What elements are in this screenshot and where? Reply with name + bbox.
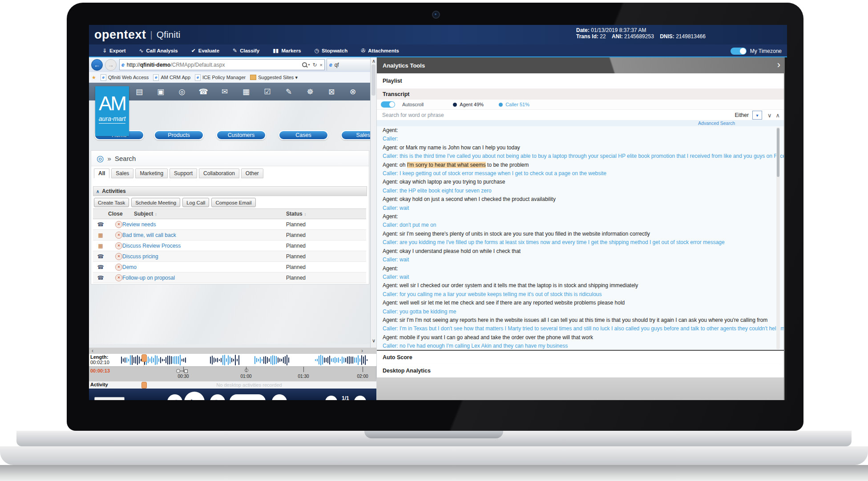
timeline-ruler[interactable]: 00:00:13 00:3001:0001:3002:00	[89, 366, 376, 382]
tab-collaboration[interactable]: Collaboration	[199, 168, 239, 178]
transcript-line[interactable]: Agent:	[377, 126, 784, 135]
browser-scrollbar[interactable]: ∧ ∨	[370, 57, 377, 348]
speed-down-icon[interactable]: «	[240, 398, 243, 400]
transcript-line[interactable]: Caller: the HP elite book eight four sev…	[377, 187, 784, 195]
activity-marker[interactable]	[141, 382, 147, 389]
transcript-line[interactable]: Caller: no I've had enough I'm calling L…	[377, 342, 784, 350]
transcript-line[interactable]: Caller:	[377, 135, 784, 143]
timezone-toggle[interactable]	[731, 48, 747, 55]
status-column-header[interactable]: Status↕	[286, 211, 366, 217]
transcript-line[interactable]: Caller: wait	[377, 256, 784, 264]
toolbar-call-analysis[interactable]: ∿Call Analysis	[139, 48, 178, 54]
play-button[interactable]: ▶	[184, 392, 205, 400]
audio-waveform[interactable]	[89, 354, 376, 366]
match-mode-select[interactable]: ▾	[752, 111, 762, 120]
subject-link[interactable]: Discuss Review Process	[122, 243, 286, 249]
transcript-line[interactable]: Caller: you gotta be kidding me	[377, 308, 784, 316]
close-row-button[interactable]: ✕	[115, 221, 122, 228]
collapse-icon[interactable]: ∧	[96, 189, 99, 194]
coins-icon[interactable]: ◎	[176, 86, 188, 97]
sort-icon[interactable]: ↕	[155, 212, 157, 216]
transcript-line[interactable]: Agent: sir I'm seeing there's plenty of …	[377, 230, 784, 238]
nav-pill-cases[interactable]: Cases	[279, 130, 328, 140]
speed-up-icon[interactable]: »	[253, 398, 256, 400]
subject-link[interactable]: Demo	[122, 264, 286, 270]
create-task-button[interactable]: Create Task	[94, 198, 129, 207]
rewind-button[interactable]: ↺	[167, 394, 182, 400]
slider-handle[interactable]	[245, 369, 248, 372]
table-row[interactable]: ☎✕Follow-up on proposalPlanned	[93, 273, 366, 283]
subject-link[interactable]: Follow-up on proposal	[122, 275, 286, 281]
tab-sales[interactable]: Sales	[111, 168, 133, 178]
browser-tab[interactable]: e qf	[327, 59, 374, 71]
suggested-sites[interactable]: Suggested Sites ▾	[250, 75, 298, 80]
search-dropdown-icon[interactable]: ▾	[308, 63, 310, 67]
tab-marketing[interactable]: Marketing	[135, 168, 168, 178]
checklist-icon[interactable]: ☑	[262, 86, 273, 97]
volume-button[interactable]: ♪	[272, 394, 287, 400]
notes-icon[interactable]: ✎	[283, 86, 295, 97]
tab-all[interactable]: All	[94, 168, 109, 178]
activities-section-header[interactable]: ∧ Activities	[93, 186, 367, 196]
toolbar-markers[interactable]: ▮▮Markers	[273, 48, 301, 54]
transcript-line[interactable]: Agent: okay hold on just a second when I…	[377, 195, 784, 204]
desktop-analytics-section[interactable]: Desktop Analytics	[377, 364, 784, 378]
analytics-tools-header[interactable]: Analytics Tools ›	[377, 57, 787, 73]
find-next-icon[interactable]: ∨	[767, 112, 772, 119]
close-row-button[interactable]: ✕	[115, 264, 122, 271]
forward-button[interactable]: →	[105, 59, 117, 71]
scroll-down-icon[interactable]: ∨	[371, 338, 377, 344]
next-page-button[interactable]: »	[354, 396, 366, 400]
transcript-line[interactable]: Caller: wait	[377, 273, 784, 281]
table-row[interactable]: ▦✕Discuss Review ProcessPlanned	[93, 240, 366, 251]
scroll-right-icon[interactable]: ›	[361, 348, 363, 354]
toolbar-evaluate[interactable]: ✔Evaluate	[191, 48, 219, 54]
close-row-button[interactable]: ✕	[115, 253, 122, 260]
toolbar-export[interactable]: ⇓Export	[102, 48, 125, 54]
refresh-icon[interactable]: ↻	[313, 62, 317, 68]
playhead-marker[interactable]	[141, 354, 147, 362]
speed-menu-icon[interactable]: ⌄	[245, 398, 250, 400]
transcript-line[interactable]: Agent:	[377, 212, 784, 221]
favorite-am-crm-app[interactable]: eAM CRM App	[153, 74, 190, 81]
autoscroll-toggle[interactable]	[381, 101, 395, 108]
favorite-ice-policy-manager[interactable]: eICE Policy Manager	[195, 74, 246, 81]
transcript-line[interactable]: Agent: okay which laptop are you trying …	[377, 178, 784, 186]
timeline-scroll-strip[interactable]: ‹ ›	[89, 348, 376, 354]
close-row-button[interactable]: ✕	[115, 242, 122, 249]
nav-pill-sales-s[interactable]: Sales S	[341, 130, 370, 140]
toolbar-classify[interactable]: ✎Classify	[233, 48, 259, 54]
contact-card-icon[interactable]: ▤	[133, 86, 145, 97]
find-prev-icon[interactable]: ∧	[775, 112, 780, 119]
transcript-line[interactable]: Caller: I keep getting out of stock erro…	[377, 169, 784, 178]
tab-support[interactable]: Support	[170, 168, 197, 178]
subject-link[interactable]: Bad time, will call back	[122, 232, 286, 238]
nav-pill-customers[interactable]: Customers	[216, 130, 266, 140]
delete-icon[interactable]: ⊗	[347, 86, 359, 97]
close-row-button[interactable]: ✕	[115, 274, 122, 281]
forward-button[interactable]: ↻	[210, 394, 225, 400]
phone-icon[interactable]: ☎	[198, 86, 209, 97]
audio-source-select[interactable]	[94, 397, 125, 400]
compose-email-button[interactable]: Compose Email	[211, 198, 255, 207]
transcript-line[interactable]: Agent: mobile if you want I can go ahead…	[377, 333, 784, 342]
scroll-left-icon[interactable]: ‹	[92, 348, 93, 354]
scroll-up-icon[interactable]: ∧	[371, 58, 377, 64]
transcript-line[interactable]: Agent: oh I'm sorry to hear that what se…	[377, 161, 784, 169]
transcript-line[interactable]: Agent: sir I'm I'm not seeing any report…	[377, 316, 784, 325]
subject-link[interactable]: Review needs	[122, 221, 286, 228]
transcript-line[interactable]: Caller: this is the third time I've call…	[377, 152, 784, 160]
briefcase-icon[interactable]: ▣	[155, 86, 166, 97]
nav-pill-products[interactable]: Products	[154, 130, 204, 140]
speed-control[interactable]: «⌄»	[230, 394, 266, 400]
stop-icon[interactable]: ×	[320, 62, 323, 68]
timezone-control[interactable]: My Timezone	[731, 45, 782, 56]
log-call-button[interactable]: Log Call	[182, 198, 209, 207]
range-slider[interactable]	[176, 369, 187, 373]
tab-other[interactable]: Other	[241, 168, 263, 178]
table-row[interactable]: ☎✕Review needsPlanned	[93, 219, 366, 230]
auto-score-section[interactable]: Auto Score	[377, 351, 784, 365]
favorites-star-icon[interactable]: ★	[92, 75, 96, 80]
scrollbar-thumb[interactable]	[371, 64, 375, 96]
mail-icon[interactable]: ✉	[219, 86, 230, 97]
